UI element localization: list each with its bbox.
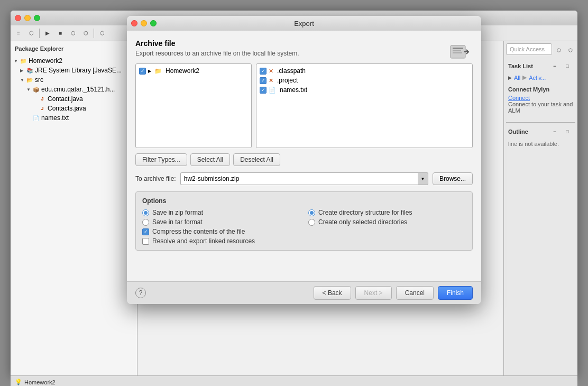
tree-item-contact-java[interactable]: J Contact.java: [13, 94, 135, 104]
folder-icon: 📁: [154, 68, 162, 75]
checkbox-compress[interactable]: Compress the contents of the file: [142, 228, 300, 235]
tree-arrow: ▼: [20, 78, 25, 82]
outline-maximize[interactable]: □: [562, 126, 573, 137]
toolbar-separator-2: [94, 29, 94, 38]
select-all-button[interactable]: Select All: [190, 153, 230, 166]
outline-title: Outline: [508, 128, 528, 135]
dialog-title: Export: [294, 20, 314, 27]
dialog-min-icon[interactable]: [141, 20, 147, 26]
radio-zip-btn[interactable]: [142, 209, 149, 216]
export-icon: [447, 39, 473, 65]
classpath-checkbox[interactable]: [260, 68, 267, 75]
toolbar-btn-7[interactable]: ⬡: [96, 27, 108, 39]
panel-icon-2[interactable]: ⬡: [566, 45, 575, 55]
toolbar-separator: [39, 29, 40, 38]
cancel-button[interactable]: Cancel: [396, 286, 434, 300]
resolve-checkbox[interactable]: [142, 238, 149, 245]
dialog-footer: ? < Back Next > Cancel Finish: [127, 281, 481, 304]
dialog-filler: [135, 257, 473, 273]
maximize-icon[interactable]: [34, 15, 40, 21]
task-list-maximize[interactable]: □: [562, 60, 573, 72]
tree-item-contacts-java[interactable]: J Contacts.java: [13, 104, 135, 113]
outline-header: Outline − □: [506, 125, 575, 139]
toolbar-run-btn[interactable]: ▶: [42, 27, 53, 39]
options-section: Options Save in zip format Save in tar f…: [135, 191, 473, 251]
archive-input-group: ▼: [180, 172, 428, 185]
back-button[interactable]: < Back: [314, 286, 351, 300]
dialog-body: Archive file Export resources to an arch…: [127, 31, 481, 281]
dialog-close-icon[interactable]: [131, 20, 137, 26]
tree-right-label: .project: [277, 77, 298, 84]
minimize-icon[interactable]: [24, 15, 31, 21]
dialog-max-icon[interactable]: [150, 20, 157, 26]
toolbar-btn-5[interactable]: ⬡: [67, 27, 79, 39]
connect-link[interactable]: Connect: [508, 95, 573, 101]
filter-row: ▶ All ▶ Activ...: [506, 73, 575, 82]
radio-create-dir-btn[interactable]: [308, 209, 315, 216]
tree-left-homework2[interactable]: ▶ 📁 Homework2: [138, 66, 249, 76]
next-button[interactable]: Next >: [355, 286, 392, 300]
options-title: Options: [142, 197, 466, 205]
panel-icon-1[interactable]: ⬡: [554, 45, 564, 55]
status-bar: 💡 Homework2: [11, 375, 577, 386]
radio-selected-dirs-label: Create only selected directories: [318, 218, 407, 226]
folder-icon: 📁: [19, 57, 27, 65]
browse-button[interactable]: Browse...: [433, 172, 473, 185]
close-icon[interactable]: [15, 15, 21, 21]
quick-access-input[interactable]: Quick Access: [506, 43, 552, 55]
names-checkbox[interactable]: [260, 87, 267, 94]
radio-tar-btn[interactable]: [142, 219, 149, 226]
java-icon: J: [38, 95, 47, 103]
svg-rect-3: [453, 52, 462, 53]
archive-row: To archive file: ▼ Browse...: [135, 172, 473, 185]
tree-right-classpath[interactable]: ✕ .classpath: [259, 66, 470, 76]
checkbox-resolve[interactable]: Resolve and export linked resources: [142, 237, 300, 245]
package-icon: 📦: [32, 85, 40, 94]
tree-right-label: names.txt: [280, 86, 307, 94]
file-icon: 📄: [32, 114, 40, 122]
help-button[interactable]: ?: [135, 288, 146, 298]
deselect-all-button[interactable]: Deselect All: [233, 153, 280, 166]
toolbar-btn-1[interactable]: ≡: [13, 27, 24, 39]
compress-checkbox[interactable]: [142, 228, 149, 235]
export-dialog: Export Archive file Export resources to …: [127, 16, 481, 304]
filter-all[interactable]: All: [514, 75, 520, 81]
tree-right-names[interactable]: 📄 names.txt: [259, 85, 470, 95]
tree-item-homework2[interactable]: ▼ 📁 Homework2: [13, 56, 135, 66]
radio-tar[interactable]: Save in tar format: [142, 218, 300, 226]
xml-icon-2: ✕: [269, 77, 273, 84]
outline-close[interactable]: −: [549, 126, 561, 137]
file-tree-right: ✕ .classpath ✕ .project 📄 names.txt: [256, 63, 473, 148]
project-checkbox[interactable]: [260, 77, 267, 84]
homework2-checkbox[interactable]: [139, 68, 146, 75]
dialog-titlebar: Export: [127, 16, 481, 31]
archive-file-input[interactable]: [180, 172, 418, 185]
radio-selected-dirs[interactable]: Create only selected directories: [308, 218, 466, 226]
tree-item-names-txt[interactable]: 📄 names.txt: [13, 113, 135, 123]
toolbar-stop-btn[interactable]: ■: [54, 27, 66, 39]
filter-types-button[interactable]: Filter Types...: [135, 153, 187, 166]
radio-zip[interactable]: Save in zip format: [142, 209, 300, 216]
finish-button[interactable]: Finish: [438, 286, 473, 300]
quick-access-placeholder: Quick Access: [510, 46, 545, 52]
expand-arrow[interactable]: ▶: [148, 69, 151, 73]
tree-arrow: ▼: [26, 87, 32, 92]
radio-create-dir[interactable]: Create directory structure for files: [308, 209, 466, 216]
options-right-col: Create directory structure for files Cre…: [308, 209, 466, 245]
tree-right-project[interactable]: ✕ .project: [259, 76, 470, 85]
tree-item-jre[interactable]: ▶ 📚 JRE System Library [JavaSE...: [13, 66, 135, 75]
resolve-label: Resolve and export linked resources: [152, 237, 255, 245]
sidebar-header: Package Explorer ×: [13, 43, 135, 54]
button-row: Filter Types... Select All Deselect All: [135, 153, 473, 166]
tree-item-src[interactable]: ▼ 📂 src: [13, 75, 135, 85]
toolbar-btn-2[interactable]: ⬡: [25, 27, 37, 39]
tree-item-package[interactable]: ▼ 📦 edu.cmu.qatar._15121.h...: [13, 85, 135, 94]
radio-selected-dirs-btn[interactable]: [308, 219, 315, 226]
task-list-close[interactable]: −: [549, 60, 561, 72]
status-icon: 💡: [15, 379, 22, 385]
toolbar-btn-6[interactable]: ⬡: [80, 27, 91, 39]
dialog-traffic-lights: [131, 20, 157, 26]
filter-active[interactable]: Activ...: [529, 75, 546, 81]
svg-rect-2: [453, 50, 461, 51]
dropdown-arrow[interactable]: ▼: [418, 172, 428, 185]
